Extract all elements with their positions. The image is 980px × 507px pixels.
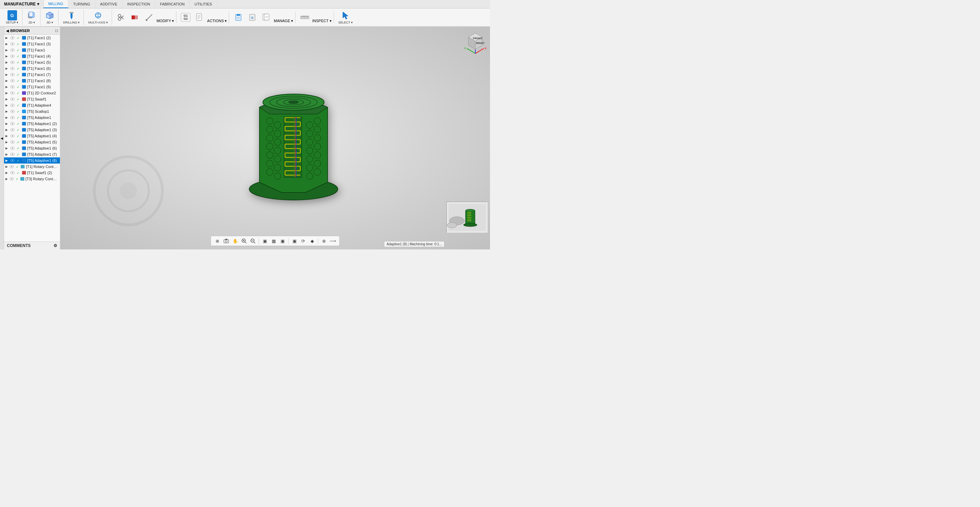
item-check-face4: ✓ [16, 54, 21, 59]
browser-item-adaptive1[interactable]: ▶ ✓ [T5] Adaptive1 [4, 115, 60, 121]
vp-camera-btn[interactable] [223, 237, 230, 245]
ruler-button[interactable] [298, 11, 311, 23]
item-label-adaptive1_6: [T5] Adaptive1 (6) [27, 146, 57, 150]
browser-item-scallop1[interactable]: ▶ ✓ [T5] Scallop1 [4, 108, 60, 115]
browser-item-adaptive1_7[interactable]: ▶ ✓ [T5] Adaptive1 (7) [4, 151, 60, 158]
browser-item-adaptive1_4[interactable]: ▶ ✓ [T5] Adaptive1 (4) [4, 133, 60, 139]
vp-zoom-btn[interactable] [240, 237, 248, 245]
browser-item-contour2[interactable]: ▶ ✓ [T1] 2D Contour2 [4, 90, 60, 96]
item-eye-swarf1 [10, 97, 14, 102]
manufacture-dropdown[interactable]: MANUFACTURE ▾ [0, 0, 44, 8]
browser-item-face2[interactable]: ▶ ✓ [T1] Face1 (2) [4, 35, 60, 41]
status-text: Adaptive1 (8) | Machining time: 0:1... [387, 242, 442, 246]
svg-rect-84 [22, 116, 26, 119]
side-collapse-tab[interactable]: ◀ [0, 27, 4, 249]
actions-g1-button[interactable]: G1G2 [179, 11, 192, 23]
vp-display-btn[interactable]: ▣ [261, 237, 269, 245]
item-label-face3: [T1] Face1 (3) [27, 42, 51, 46]
browser-item-face6[interactable]: ▶ ✓ [T1] Face1 (6) [4, 65, 60, 72]
browser-item-face4[interactable]: ▶ ✓ [T1] Face1 (4) [4, 53, 60, 59]
comments-settings-btn[interactable]: ⚙ [54, 243, 57, 248]
vp-diamond-btn[interactable]: ◆ [309, 237, 316, 245]
item-arrow-face5: ▶ [5, 61, 9, 64]
toolbar-tab-inspection[interactable]: INSPECTION [123, 0, 155, 8]
vp-grid-btn[interactable]: ▦ [270, 237, 277, 245]
item-op-icon-face1 [21, 48, 26, 53]
2d-icon [27, 11, 37, 20]
browser-pin-btn[interactable]: □ [56, 28, 58, 33]
browser-item-rotary3[interactable]: ▶ ✓ [T3] Rotary Contour1... [4, 176, 60, 182]
svg-rect-181 [284, 117, 302, 177]
toolbar-tab-utilities[interactable]: UTILITIES [190, 0, 217, 8]
select-button[interactable]: SELECT ▾ [337, 10, 355, 25]
item-check-face3: ✓ [16, 41, 21, 46]
toolbar-tab-milling[interactable]: MILLING [44, 0, 68, 8]
browser-item-face9[interactable]: ▶ ✓ [T1] Face1 (9) [4, 84, 60, 90]
browser-item-face5[interactable]: ▶ ✓ [T1] Face1 (5) [4, 59, 60, 65]
measure-icon [145, 13, 154, 22]
toolbar-tab-additive[interactable]: ADDITIVE [95, 0, 123, 8]
item-check-adaptive1_3: ✓ [16, 128, 21, 132]
toolbar-tab-fabrication[interactable]: FABRICATION [155, 0, 190, 8]
svg-point-213 [447, 223, 457, 228]
vp-settings-btn[interactable]: ⊕ [320, 237, 328, 245]
item-eye-face2 [10, 35, 14, 40]
item-op-icon-adaptive1_6 [21, 146, 26, 151]
toolbar-group-drilling: DRILLING ▾ [59, 10, 84, 25]
svg-rect-108 [21, 165, 24, 168]
vp-view-btn[interactable]: ▣ [279, 237, 286, 245]
browser-item-face7[interactable]: ▶ ✓ [T1] Face1 (7) [4, 72, 60, 78]
browser-item-adaptive1_3[interactable]: ▶ ✓ [T5] Adaptive1 (3) [4, 127, 60, 133]
item-op-icon-adaptive4 [21, 103, 26, 108]
item-check-rotary3: ✓ [15, 177, 19, 181]
svg-marker-42 [343, 12, 348, 19]
2d-button[interactable]: 2D ▾ [25, 10, 38, 25]
browser-item-face1[interactable]: ▶ ✓ [T1] Face1 [4, 47, 60, 53]
vp-pan-btn[interactable]: ✋ [232, 237, 239, 245]
browser-item-swarf1[interactable]: ▶ ✓ [T1] Swarf1 [4, 96, 60, 102]
setup-button[interactable]: G SETUP ▾ [4, 10, 20, 25]
browser-item-adaptive1_6[interactable]: ▶ ✓ [T5] Adaptive1 (6) [4, 145, 60, 151]
svg-point-56 [11, 62, 13, 63]
vp-arrow-btn[interactable]: ⟶ [329, 237, 337, 245]
modify-icon1[interactable] [115, 11, 128, 23]
modify-icon3[interactable] [143, 11, 156, 23]
vp-effects-btn[interactable]: ▣ [291, 237, 298, 245]
browser-item-face3[interactable]: ▶ ✓ [T1] Face1 (3) [4, 41, 60, 47]
browser-item-adaptive4[interactable]: ▶ ✓ [T1] Adaptive4 [4, 102, 60, 108]
vp-zoom2-btn[interactable] [249, 237, 257, 245]
browser-item-swarf2[interactable]: ▶ ✓ [T1] Swarf1 (2) [4, 170, 60, 176]
toolbar-tab-turning[interactable]: TURNING [68, 0, 95, 8]
svg-rect-105 [22, 159, 26, 162]
status-bar: Adaptive1 (8) | Machining time: 0:1... [385, 242, 444, 247]
modify-icon2[interactable] [129, 11, 142, 23]
actions-doc-button[interactable] [193, 11, 206, 23]
multiaxis-button[interactable]: MULTI-AXIS ▾ [86, 10, 109, 25]
browser-item-adaptive1_5[interactable]: ▶ ✓ [T5] Adaptive1 (5) [4, 139, 60, 145]
vp-orbit-btn[interactable]: ⟳ [300, 237, 307, 245]
browser-item-adaptive1_2[interactable]: ▶ ✓ [T5] Adaptive1 (2) [4, 121, 60, 127]
vp-home-btn[interactable]: ⊕ [214, 237, 221, 245]
left-panel: ◀ BROWSER □ ▶ ✓ [T1] Face1 (2) ▶ ✓ [T1] … [4, 27, 60, 249]
inspect-label: INSPECT ▾ [312, 19, 332, 23]
item-check-adaptive1_2: ✓ [16, 121, 21, 126]
svg-rect-199 [226, 239, 228, 240]
svg-point-83 [11, 117, 13, 118]
3d-button[interactable]: 3D ▾ [43, 10, 56, 25]
browser-item-adaptive1_8[interactable]: ▶ ✓ [T5] Adaptive1 (8) [4, 158, 60, 164]
drilling-button[interactable]: DRILLING ▾ [61, 10, 81, 25]
item-label-face1: [T1] Face1 [27, 48, 45, 52]
manage-icon1[interactable] [232, 11, 245, 23]
manage-icon2[interactable]: G [246, 11, 259, 23]
svg-rect-114 [21, 177, 24, 180]
browser-item-face8[interactable]: ▶ ✓ [T1] Face1 (8) [4, 78, 60, 84]
orientation-cube[interactable]: X Y Z FRONT RIGHT [463, 30, 487, 57]
item-eye-swarf2 [10, 171, 14, 175]
manage-icon3[interactable] [260, 11, 273, 23]
browser-collapse-btn[interactable]: ◀ [6, 29, 9, 33]
svg-point-110 [11, 172, 13, 174]
browser-item-rotary1[interactable]: ▶ ✓ [T1] Rotary Contour1 [4, 164, 60, 170]
svg-rect-57 [22, 61, 26, 64]
item-op-icon-scallop1 [21, 109, 26, 114]
item-check-face9: ✓ [16, 84, 21, 89]
